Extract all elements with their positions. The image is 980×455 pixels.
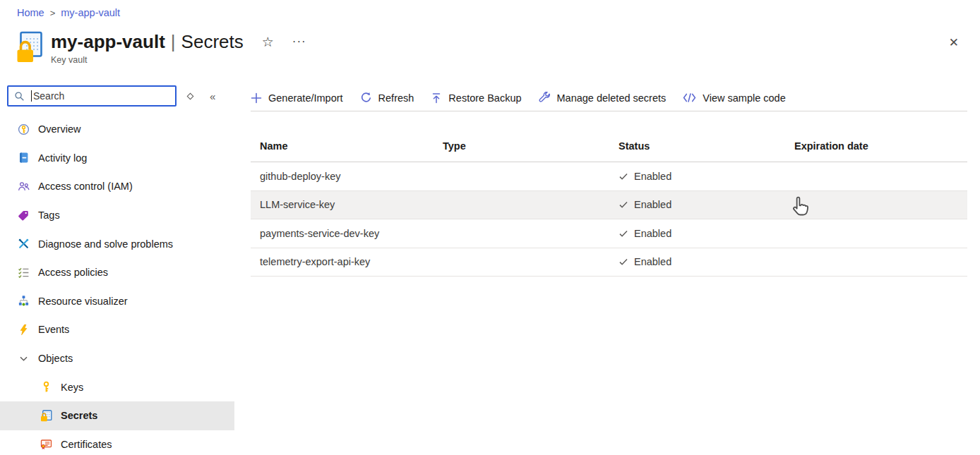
title-divider: |	[165, 31, 181, 52]
search-icon	[14, 91, 25, 102]
sidebar-search-box[interactable]	[7, 85, 177, 107]
command-bar: Generate/ImportRefreshRestore BackupMana…	[251, 85, 967, 111]
refresh-icon	[360, 92, 372, 104]
secrets-icon	[40, 410, 52, 422]
column-header-expiration-date[interactable]: Expiration date	[785, 140, 967, 152]
page-header: my-app-vault|Secrets ☆ ··· Key vault	[16, 31, 306, 65]
check-icon	[619, 200, 628, 210]
sidebar-item-label: Diagnose and solve problems	[38, 238, 173, 250]
sidebar-item-access-control-iam[interactable]: Access control (IAM)	[0, 172, 234, 201]
sidebar-item-activity-log[interactable]: Activity log	[0, 144, 234, 173]
diagnose-icon	[18, 238, 30, 250]
plus-icon	[251, 92, 262, 104]
sidebar-item-label: Overview	[38, 123, 80, 135]
secret-name-cell: github-deploy-key	[251, 171, 434, 182]
sidebar-item-label: Tags	[38, 210, 60, 221]
sidebar-item-label: Activity log	[38, 152, 87, 164]
sidebar-item-label: Secrets	[61, 410, 97, 421]
toolbar-button-restore-backup[interactable]: Restore Backup	[431, 92, 521, 104]
secret-name-cell: telemetry-export-api-key	[251, 256, 434, 267]
sidebar-item-resource-visualizer[interactable]: Resource visualizer	[0, 287, 234, 316]
toolbar-button-label: Refresh	[378, 92, 414, 104]
tag-icon	[18, 210, 30, 222]
overview-icon	[18, 123, 30, 135]
pin-diamond-icon[interactable]	[187, 92, 194, 99]
activity-log-icon	[18, 152, 30, 164]
collapse-sidebar-icon[interactable]: «	[210, 91, 215, 102]
restore-backup-icon	[431, 92, 442, 104]
page-title-blade: Secrets	[181, 31, 244, 52]
secret-row-llm-service-key[interactable]: LLM-service-keyEnabled	[251, 191, 967, 220]
status-text: Enabled	[634, 256, 671, 267]
breadcrumb-home-link[interactable]: Home	[17, 7, 44, 18]
secret-row-telemetry-export-api-key[interactable]: telemetry-export-api-keyEnabled	[251, 248, 967, 277]
main-content: Generate/ImportRefreshRestore BackupMana…	[251, 85, 967, 277]
toolbar-button-manage-deleted-secrets[interactable]: Manage deleted secrets	[539, 92, 667, 104]
favorite-star-icon[interactable]: ☆	[262, 34, 274, 50]
resource-visualizer-icon	[18, 295, 30, 307]
access-control-icon	[18, 181, 30, 193]
table-body: github-deploy-keyEnabledLLM-service-keyE…	[251, 162, 967, 277]
page-title: my-app-vault|Secrets	[51, 31, 244, 52]
toolbar-button-view-sample-code[interactable]: View sample code	[683, 92, 785, 104]
secrets-table: NameTypeStatusExpiration date github-dep…	[251, 130, 967, 277]
check-icon	[619, 229, 628, 238]
status-text: Enabled	[634, 199, 671, 210]
breadcrumb: Home > my-app-vault	[17, 7, 120, 18]
page-title-resource: my-app-vault	[51, 31, 165, 52]
sidebar-item-diagnose-and-solve-problems[interactable]: Diagnose and solve problems	[0, 229, 234, 258]
table-header-row: NameTypeStatusExpiration date	[251, 130, 967, 162]
wrench-icon	[539, 92, 551, 104]
sidebar-item-secrets[interactable]: Secrets	[0, 401, 234, 430]
resource-type-label: Key vault	[51, 55, 306, 65]
close-icon[interactable]: ✕	[949, 35, 959, 50]
sidebar-item-keys[interactable]: Keys	[0, 372, 234, 401]
sidebar-item-objects[interactable]: Objects	[0, 344, 234, 373]
sidebar-item-events[interactable]: Events	[0, 315, 234, 344]
sidebar-item-overview[interactable]: Overview	[0, 115, 234, 144]
column-header-status[interactable]: Status	[609, 140, 785, 152]
sidebar-item-label: Objects	[38, 353, 73, 364]
sidebar-item-label: Access policies	[38, 267, 108, 278]
secret-name-cell: LLM-service-key	[251, 199, 434, 210]
sidebar-item-label: Events	[38, 324, 69, 335]
sidebar-item-label: Certificates	[61, 439, 112, 450]
column-header-name[interactable]: Name	[251, 140, 434, 152]
chevron-down-icon	[18, 353, 30, 365]
key-icon	[40, 381, 52, 393]
toolbar-button-label: Generate/Import	[268, 92, 343, 104]
sidebar: « OverviewActivity logAccess control (IA…	[0, 85, 234, 455]
sidebar-item-label: Resource visualizer	[38, 296, 128, 307]
secret-status-cell: Enabled	[609, 228, 785, 239]
toolbar-button-label: Manage deleted secrets	[557, 92, 667, 104]
search-input[interactable]	[32, 90, 175, 102]
sidebar-item-tags[interactable]: Tags	[0, 201, 234, 230]
secret-name-cell: payments-service-dev-key	[251, 228, 434, 239]
check-icon	[619, 257, 628, 267]
sidebar-item-label: Access control (IAM)	[38, 181, 133, 192]
sidebar-item-label: Keys	[61, 382, 83, 393]
toolbar-button-generate-import[interactable]: Generate/Import	[251, 92, 343, 104]
more-options-icon[interactable]: ···	[292, 35, 306, 49]
toolbar-button-label: Restore Backup	[448, 92, 521, 104]
column-header-type[interactable]: Type	[434, 140, 609, 152]
code-icon	[683, 93, 696, 102]
breadcrumb-vault-link[interactable]: my-app-vault	[61, 7, 120, 18]
check-icon	[619, 171, 628, 181]
secret-status-cell: Enabled	[609, 171, 785, 182]
sidebar-item-certificates[interactable]: Certificates	[0, 430, 234, 455]
status-text: Enabled	[634, 228, 671, 239]
status-text: Enabled	[634, 171, 671, 182]
sidebar-nav: OverviewActivity logAccess control (IAM)…	[0, 115, 234, 455]
toolbar-button-label: View sample code	[703, 92, 785, 104]
sidebar-item-access-policies[interactable]: Access policies	[0, 258, 234, 287]
access-policies-icon	[18, 267, 30, 279]
events-icon	[18, 324, 30, 336]
secret-row-payments-service-dev-key[interactable]: payments-service-dev-keyEnabled	[251, 219, 967, 248]
secret-row-github-deploy-key[interactable]: github-deploy-keyEnabled	[251, 162, 967, 191]
toolbar-button-refresh[interactable]: Refresh	[360, 92, 414, 104]
secret-status-cell: Enabled	[609, 199, 785, 210]
secret-status-cell: Enabled	[609, 256, 785, 267]
key-vault-icon	[16, 31, 44, 63]
certificate-icon	[40, 438, 52, 450]
